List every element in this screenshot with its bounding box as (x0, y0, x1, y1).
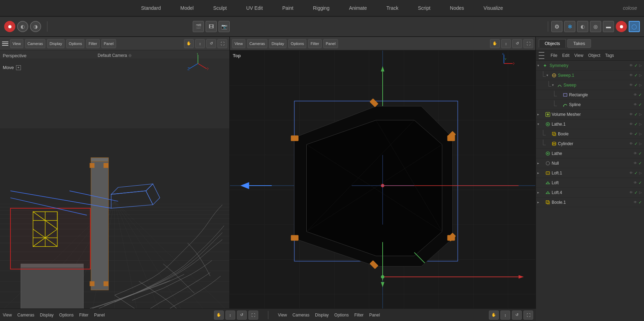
boole1-vis[interactable]: 👁 (634, 200, 637, 204)
bottom-pan-icon[interactable]: ✋ (214, 311, 224, 320)
bottom-move2-icon[interactable]: ↕ (500, 311, 510, 320)
move-down-icon[interactable]: ↕ (195, 39, 205, 48)
tree-loft4[interactable]: ▸ Loft.4 👁 ✓ ▷ (536, 188, 644, 197)
right-max-icon[interactable]: ⛶ (523, 39, 533, 48)
bottom-panel-left[interactable]: Panel (94, 313, 105, 318)
hamburger-icon[interactable] (2, 42, 8, 46)
tree-boole1[interactable]: ▸ Boole.1 👁 ✓ (536, 197, 644, 207)
tree-rectangle[interactable]: Rectangle 👁 ✓ (536, 90, 644, 100)
menu-visualize[interactable]: Visualize (481, 4, 506, 12)
loft4-check[interactable]: ✓ (634, 190, 638, 195)
right-tool-display[interactable]: Display (269, 39, 286, 48)
lathe1-arrow[interactable]: ▷ (639, 122, 642, 126)
bottom-display-right[interactable]: Display (315, 313, 329, 318)
bottom-rotate2-icon[interactable]: ↺ (512, 311, 522, 320)
menu-standard[interactable]: Standard (138, 4, 164, 12)
right-rotate-icon[interactable]: ↺ (512, 39, 522, 48)
menu-paint[interactable]: Paint (279, 4, 296, 12)
bottom-pan2-icon[interactable]: ✋ (489, 311, 499, 320)
bottom-cameras-left[interactable]: Cameras (17, 313, 34, 318)
tree-lathe1[interactable]: ▾ Lathe.1 👁 ✓ ▷ (536, 119, 644, 129)
loft4-vis[interactable]: 👁 (629, 191, 633, 194)
maximize-icon[interactable]: ⛶ (217, 39, 227, 48)
rectangle-vis[interactable]: 👁 (634, 93, 637, 97)
left-tool-panel[interactable]: Panel (101, 39, 116, 48)
snowflake-icon[interactable]: ❄ (564, 21, 575, 32)
symmetry-vis[interactable]: 👁 (629, 64, 633, 67)
null-vis[interactable]: 👁 (634, 161, 637, 165)
objects-tab[interactable]: Objects (539, 39, 566, 48)
sweep-vis[interactable]: 👁 (629, 83, 633, 87)
bottom-view-left[interactable]: View (3, 313, 12, 318)
loft4-arrow[interactable]: ▷ (639, 191, 642, 194)
bottom-options-right[interactable]: Options (334, 313, 348, 318)
menu-nodes[interactable]: Nodes (447, 4, 467, 12)
vm-check[interactable]: ✓ (634, 112, 638, 117)
bottom-cameras-right[interactable]: Cameras (292, 313, 309, 318)
lathe-check[interactable]: ✓ (638, 151, 642, 156)
rotate-icon[interactable]: ↺ (206, 39, 216, 48)
loft1-check[interactable]: ✓ (634, 171, 638, 176)
tree-symmetry[interactable]: ▾ ✦ Symmetry 👁 ✓ ▷ (536, 61, 644, 70)
pan-icon[interactable]: ✋ (184, 39, 194, 48)
sweep-check[interactable]: ✓ (634, 83, 638, 88)
tree-volume-mesher[interactable]: ▸ Volume Mesher 👁 ✓ ▷ (536, 110, 644, 119)
lathe1-check[interactable]: ✓ (634, 122, 638, 127)
lathe1-vis[interactable]: 👁 (629, 122, 633, 126)
right-canvas[interactable]: Top X Z Y (230, 50, 535, 321)
right-tool-view[interactable]: View (232, 39, 245, 48)
left-tool-view[interactable]: View (10, 39, 23, 48)
spline-check[interactable]: ✓ (638, 102, 642, 107)
half-circle-icon[interactable]: ◐ (17, 21, 28, 32)
bottom-view-right[interactable]: View (278, 313, 287, 318)
left-tool-filter[interactable]: Filter (86, 39, 99, 48)
symmetry-check[interactable]: ✓ (634, 63, 638, 68)
boole-arrow[interactable]: ▷ (639, 132, 642, 136)
null-check[interactable]: ✓ (638, 161, 642, 166)
bottom-filter-right[interactable]: Filter (354, 313, 364, 318)
tags-menu[interactable]: Tags (605, 53, 614, 58)
right-tool-panel[interactable]: Panel (323, 39, 338, 48)
red-circle-icon[interactable]: ⏺ (616, 21, 627, 32)
boole-check[interactable]: ✓ (634, 132, 638, 136)
bottom-rotate-icon[interactable]: ↺ (237, 311, 247, 320)
camera-icon[interactable]: 📷 (219, 21, 230, 32)
menu-track[interactable]: Track (384, 4, 401, 12)
tree-sweep1[interactable]: ▾ Sweep.1 👁 ✓ ▷ (536, 70, 644, 80)
object-menu[interactable]: Object (588, 53, 600, 58)
circle-icon[interactable]: ◑ (30, 21, 41, 32)
menu-rigging[interactable]: Rigging (310, 4, 332, 12)
loft-vis[interactable]: 👁 (634, 181, 637, 185)
tree-sweep[interactable]: ▾ Sweep 👁 ✓ ▷ (536, 80, 644, 90)
bottom-filter-left[interactable]: Filter (79, 313, 89, 318)
tree-cylinder[interactable]: Cylinder 👁 ✓ ▷ (536, 139, 644, 149)
gear-icon[interactable]: ⚙ (551, 21, 562, 32)
menu-script[interactable]: Script (415, 4, 433, 12)
vm-arrow[interactable]: ▷ (639, 112, 642, 116)
half-circle-right-icon[interactable]: ◐ (577, 21, 588, 32)
objects-hamburger[interactable] (539, 51, 544, 60)
bottom-display-left[interactable]: Display (40, 313, 53, 318)
boole1-check[interactable]: ✓ (638, 200, 642, 205)
circle-outline-icon[interactable]: ◯ (629, 21, 640, 32)
sweep1-arrow[interactable]: ▷ (639, 73, 642, 77)
spline-vis[interactable]: 👁 (634, 103, 637, 106)
record-icon[interactable]: ⏺ (4, 21, 15, 32)
menu-sculpt[interactable]: Sculpt (210, 4, 230, 12)
left-tool-cameras[interactable]: Cameras (25, 39, 46, 48)
tree-null[interactable]: ▸ Null 👁 ✓ (536, 158, 644, 168)
right-tool-options[interactable]: Options (288, 39, 306, 48)
loft1-vis[interactable]: 👁 (629, 171, 633, 175)
symmetry-lock[interactable]: ▷ (639, 64, 642, 67)
left-tool-display[interactable]: Display (47, 39, 64, 48)
takes-tab[interactable]: Takes (567, 39, 591, 48)
loft-check[interactable]: ✓ (638, 180, 642, 185)
bottom-max2-icon[interactable]: ⛶ (523, 311, 533, 320)
tree-loft1[interactable]: ▸ Loft.1 👁 ✓ ▷ (536, 168, 644, 178)
minus-rect-icon[interactable]: ▬ (603, 21, 614, 32)
boole-vis[interactable]: 👁 (629, 132, 633, 136)
cylinder-check[interactable]: ✓ (634, 141, 638, 146)
edit-menu[interactable]: Edit (562, 53, 569, 58)
tree-lathe[interactable]: Lathe 👁 ✓ (536, 149, 644, 158)
cylinder-vis[interactable]: 👁 (629, 142, 633, 145)
